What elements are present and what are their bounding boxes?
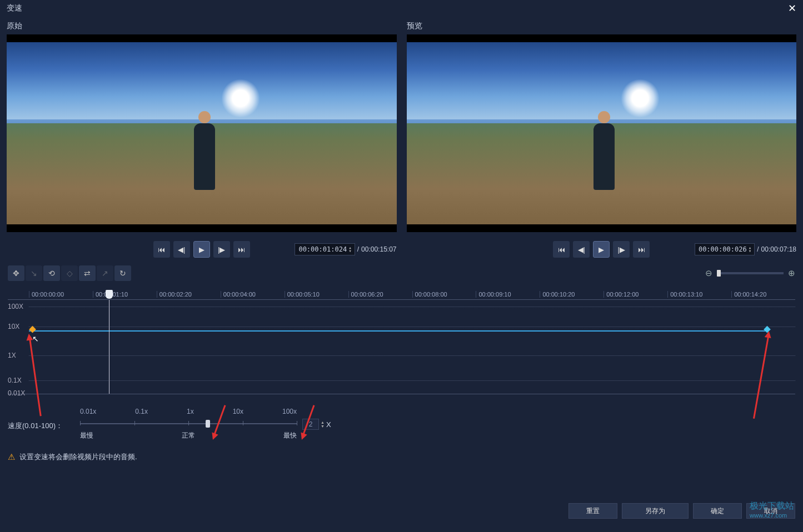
ruler-tick: 00:00:02:20 (157, 291, 221, 298)
ruler-tick: 00:00:05:10 (285, 291, 348, 298)
ruler-tick: 00:00:13:10 (667, 291, 731, 298)
ruler-tick: 00:00:10:20 (540, 291, 604, 298)
next-clip-icon[interactable]: ⏭ (233, 241, 250, 258)
graph-label: 1X (8, 352, 28, 359)
speed-suffix: X (326, 420, 331, 429)
original-timecode-input[interactable]: 00:00:01:024 ▲▼ (295, 243, 355, 255)
warning-icon: ⚠ (8, 452, 15, 462)
original-video (7, 34, 397, 232)
playhead[interactable] (109, 300, 109, 394)
tc-spinner-icon[interactable]: ▲▼ (749, 246, 751, 253)
original-duration: 00:00:15:07 (361, 245, 396, 253)
reverse-icon[interactable]: ⇄ (79, 265, 96, 281)
ruler-tick: 00:00:04:00 (221, 291, 285, 298)
speed-curve[interactable] (29, 330, 767, 332)
cursor-icon: ↖ (32, 334, 39, 343)
speed-spinner-icon[interactable]: ▲▼ (321, 420, 325, 428)
original-timecode: 00:00:01:024 (298, 245, 347, 253)
ok-button[interactable]: 确定 (693, 503, 742, 519)
ruler-tick: 00:00:09:10 (476, 291, 540, 298)
prev-clip-icon[interactable]: ⏮ (153, 241, 170, 258)
slider-min-label: 最慢 (80, 431, 93, 440)
graph-label: 0.01X (8, 389, 28, 397)
remove-keyframe-icon: ↘ (26, 265, 42, 281)
ruler-tick: 00:00:00:00 (29, 291, 93, 298)
speed-slider[interactable] (80, 423, 297, 424)
preview-duration: 00:00:07:18 (761, 245, 796, 253)
ruler-tick: 00:00:12:00 (604, 291, 667, 298)
annotation-arrow (753, 337, 769, 419)
step-back-icon[interactable]: ◀| (573, 241, 590, 258)
next-keyframe-icon: ↗ (97, 265, 113, 281)
slider-tick: 0.01x (80, 408, 96, 415)
slash: / (757, 245, 759, 253)
prev-clip-icon[interactable]: ⏮ (553, 241, 570, 258)
cycle-icon[interactable]: ↻ (114, 265, 131, 281)
next-clip-icon[interactable]: ⏭ (633, 241, 650, 258)
speed-slider-thumb[interactable] (206, 420, 210, 428)
annotation-arrow (29, 339, 41, 416)
zoom-out-icon[interactable]: ⊖ (705, 268, 712, 278)
zoom-in-icon[interactable]: ⊕ (788, 268, 795, 278)
speed-value-input[interactable] (302, 419, 319, 430)
graph-label: 0.1X (8, 377, 28, 384)
original-label: 原始 (7, 21, 397, 31)
ruler-tick: 00:00:06:20 (348, 291, 412, 298)
graph-label: 10X (8, 323, 28, 330)
ruler-tick: 00:00:01:10 (93, 291, 157, 298)
prev-keyframe-icon: ◇ (61, 265, 78, 281)
step-fwd-icon[interactable]: |▶ (213, 241, 230, 258)
slider-max-label: 最快 (283, 431, 297, 440)
tc-spinner-icon[interactable]: ▲▼ (349, 246, 351, 253)
slider-tick: 1x (187, 408, 194, 415)
ruler-tick: 00:00:14:20 (731, 291, 795, 298)
speed-graph[interactable]: 100X 10X 1X 0.1X 0.01X ↖ (8, 300, 795, 394)
slider-tick: 0.1x (135, 408, 148, 415)
zoom-slider[interactable] (717, 272, 784, 274)
preview-timecode: 00:00:00:026 (699, 245, 747, 253)
slider-tick: 100x (282, 408, 297, 415)
ruler-tick: 00:00:08:00 (412, 291, 476, 298)
play-button[interactable]: ▶ (193, 241, 210, 258)
preview-timecode-input[interactable]: 00:00:00:026 ▲▼ (695, 243, 755, 255)
warning-text: 设置变速将会删除视频片段中的音频. (19, 452, 137, 462)
save-as-button[interactable]: 另存为 (622, 503, 689, 519)
step-back-icon[interactable]: ◀| (173, 241, 190, 258)
reset-keyframe-icon[interactable]: ⟲ (43, 265, 60, 281)
add-keyframe-icon[interactable]: ✥ (8, 265, 24, 281)
slider-normal-label: 正常 (182, 431, 195, 440)
speed-label: 速度(0.01-100)： (8, 421, 63, 431)
preview-label: 预览 (407, 21, 797, 31)
timeline-ruler[interactable]: 00:00:00:00 00:00:01:10 00:00:02:20 00:0… (8, 289, 795, 300)
dialog-title: 变速 (7, 3, 22, 13)
play-button[interactable]: ▶ (593, 241, 610, 258)
preview-video (407, 34, 797, 232)
slider-tick: 10x (233, 408, 243, 415)
reset-button[interactable]: 重置 (568, 503, 617, 519)
graph-label: 100X (8, 303, 28, 310)
step-fwd-icon[interactable]: |▶ (613, 241, 630, 258)
cancel-button[interactable]: 取消 (746, 503, 795, 519)
close-icon[interactable]: ✕ (788, 2, 796, 14)
slash: / (357, 245, 359, 253)
